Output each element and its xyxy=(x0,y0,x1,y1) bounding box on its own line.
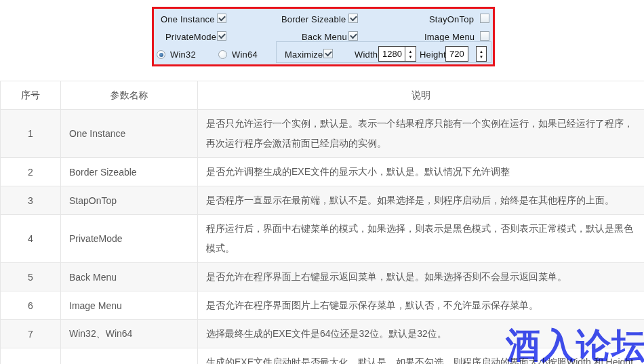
table-header-row: 序号 参数名称 说明 xyxy=(1,81,644,110)
table-row: 6 Image Menu 是否允许在程序界面图片上右键显示保存菜单，默认否，不允… xyxy=(1,291,644,320)
border-sizeable-label: Border Sizeable xyxy=(281,14,346,24)
back-menu-label: Back Menu xyxy=(302,32,347,42)
header-index: 序号 xyxy=(1,81,61,110)
height-spin-down-icon[interactable]: ▼ xyxy=(479,54,483,60)
height-input[interactable]: 720 xyxy=(445,46,468,62)
stayontop-checkbox[interactable] xyxy=(480,14,489,23)
win64-label: Win64 xyxy=(232,49,258,60)
parameters-table: 序号 参数名称 说明 1 One Instance 是否只允许运行一个实例，默认… xyxy=(0,81,644,364)
win32-radio[interactable] xyxy=(157,50,165,59)
height-spin-up-icon[interactable]: ▲ xyxy=(479,49,483,54)
width-spin-up-icon[interactable]: ▲ xyxy=(409,49,413,54)
table-row: 4 PrivateMode 程序运行后，界面中右键菜单的模式，如果选择，则表示是… xyxy=(1,215,644,263)
table-row: 7 Win32、Win64 选择最终生成的EXE文件是64位还是32位。默认是3… xyxy=(1,320,644,348)
table-row: 8 Maximized 生成的EXE文件启动时是否最大化，默认是。如果不勾选，则… xyxy=(1,348,644,364)
header-description: 说明 xyxy=(198,81,644,110)
height-spinner: ▲ ▼ xyxy=(476,46,487,62)
border-sizeable-checkbox[interactable] xyxy=(348,14,358,23)
height-label: Height: xyxy=(420,49,449,60)
width-spinner: ▲ ▼ xyxy=(405,46,416,62)
header-param-name: 参数名称 xyxy=(61,81,198,110)
width-spin-down-icon[interactable]: ▼ xyxy=(409,54,413,60)
privatemode-checkbox[interactable] xyxy=(217,31,226,41)
win32-label: Win32 xyxy=(170,49,196,60)
height-spinbox: 720 ▲ ▼ xyxy=(445,46,487,62)
table-row: 3 StapOnTop 是否程序一直显示在最前端，默认不是。如果选择是，则程序启… xyxy=(1,186,644,215)
one-instance-label: One Instance xyxy=(161,14,215,24)
width-input[interactable]: 1280 xyxy=(378,46,405,62)
table-row: 1 One Instance 是否只允许运行一个实例，默认是。表示一个结果程序只… xyxy=(1,110,644,158)
image-menu-checkbox[interactable] xyxy=(480,31,489,41)
privatemode-label: PrivateMode xyxy=(165,32,216,42)
back-menu-checkbox[interactable] xyxy=(348,31,358,41)
maximized-label: Maximized xyxy=(285,49,328,60)
image-menu-label: Image Menu xyxy=(424,32,475,42)
settings-panel: One Instance Border Sizeable StayOnTop P… xyxy=(152,7,495,66)
table-row: 5 Back Menu 是否允许在程序界面上右键显示返回菜单，默认是。如果选择否… xyxy=(1,263,644,291)
width-label: Width: xyxy=(355,49,380,60)
table-row: 2 Border Sizeable 是否允许调整生成的EXE文件的显示大小，默认… xyxy=(1,158,644,186)
one-instance-checkbox[interactable] xyxy=(217,14,226,23)
maximized-checkbox[interactable] xyxy=(323,49,333,58)
win64-radio[interactable] xyxy=(218,50,227,59)
width-spinbox: 1280 ▲ ▼ xyxy=(378,46,416,62)
stayontop-label: StayOnTop xyxy=(429,14,474,24)
